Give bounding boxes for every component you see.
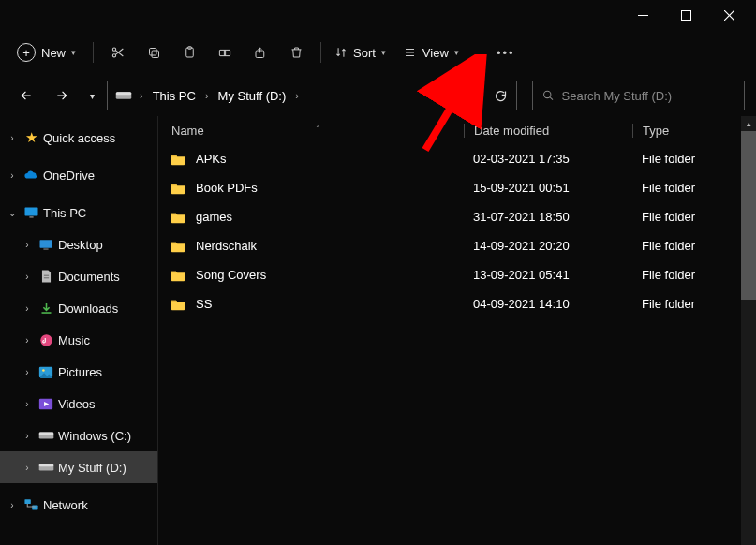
refresh-button[interactable] xyxy=(485,81,517,110)
sidebar-item-this-pc[interactable]: ⌄ This PC xyxy=(0,197,157,228)
back-button[interactable] xyxy=(11,81,41,110)
svg-rect-24 xyxy=(40,240,52,247)
svg-rect-36 xyxy=(38,464,53,466)
file-date: 04-09-2021 14:10 xyxy=(464,297,632,311)
video-icon xyxy=(37,395,54,412)
sidebar-item-documents[interactable]: › Documents xyxy=(0,260,157,292)
view-icon xyxy=(403,47,417,58)
file-row[interactable]: APKs02-03-2021 17:35File folder xyxy=(158,144,756,173)
document-icon xyxy=(37,268,54,285)
titlebar xyxy=(0,0,756,30)
svg-rect-34 xyxy=(38,432,53,435)
column-label: Type xyxy=(643,124,669,138)
arrow-right-icon xyxy=(54,89,69,102)
chevron-right-icon: › xyxy=(203,90,211,101)
toolbar: + New ▾ Sort ▾ View ▾ ••• xyxy=(0,30,756,75)
network-icon xyxy=(22,496,39,513)
cut-button[interactable] xyxy=(101,36,135,69)
recent-button[interactable]: ▾ xyxy=(82,81,101,110)
minimize-button[interactable] xyxy=(621,0,664,30)
sidebar-item-windows-c[interactable]: › Windows (C:) xyxy=(0,420,157,451)
star-icon: ★ xyxy=(22,129,39,146)
column-headers: Name ˆ Date modified Type xyxy=(158,116,756,144)
copy-button[interactable] xyxy=(137,36,170,69)
sidebar-item-network[interactable]: › Network xyxy=(0,489,157,521)
chevron-down-icon: ▾ xyxy=(90,91,95,101)
file-type: File folder xyxy=(632,210,756,224)
chevron-right-icon: › xyxy=(21,431,34,441)
chevron-right-icon: › xyxy=(21,272,34,282)
file-row[interactable]: Nerdschalk14-09-2021 20:20File folder xyxy=(158,231,756,260)
more-button[interactable]: ••• xyxy=(489,36,523,69)
download-icon xyxy=(37,300,54,317)
file-row[interactable]: Song Covers13-09-2021 05:41File folder xyxy=(158,260,756,289)
sidebar-item-label: Desktop xyxy=(58,238,103,252)
chevron-down-icon: ▾ xyxy=(454,48,459,57)
file-type: File folder xyxy=(632,152,756,166)
new-button[interactable]: + New ▾ xyxy=(11,36,85,69)
svg-rect-23 xyxy=(29,216,33,217)
sidebar-item-onedrive[interactable]: › OneDrive xyxy=(0,159,157,191)
scroll-up-icon[interactable]: ▴ xyxy=(741,116,756,131)
sidebar-item-desktop[interactable]: › Desktop xyxy=(0,228,157,260)
svg-rect-9 xyxy=(149,48,156,55)
delete-button[interactable] xyxy=(279,36,313,69)
cloud-icon xyxy=(22,167,39,184)
breadcrumb-this-pc[interactable]: This PC xyxy=(151,89,198,103)
sidebar-item-videos[interactable]: › Videos xyxy=(0,388,157,420)
address-history-button[interactable]: ▾ xyxy=(452,91,471,101)
forward-button[interactable] xyxy=(47,81,77,110)
drive-icon xyxy=(37,459,54,476)
clipboard-icon xyxy=(183,45,197,60)
column-header-name[interactable]: Name ˆ xyxy=(171,124,464,138)
share-button[interactable] xyxy=(244,36,277,69)
file-name: games xyxy=(196,210,464,224)
view-button[interactable]: View ▾ xyxy=(397,36,468,69)
folder-icon xyxy=(170,152,188,167)
sidebar-item-label: Videos xyxy=(58,397,96,411)
chevron-right-icon: › xyxy=(138,90,145,101)
paste-button[interactable] xyxy=(172,36,206,69)
chevron-right-icon: › xyxy=(21,367,34,377)
sidebar-item-downloads[interactable]: › Downloads xyxy=(0,292,157,324)
search-box[interactable] xyxy=(532,81,745,110)
sidebar-item-pictures[interactable]: › Pictures xyxy=(0,356,157,388)
close-button[interactable] xyxy=(707,0,750,30)
view-label: View xyxy=(422,46,449,60)
file-type: File folder xyxy=(632,268,756,282)
sidebar-item-my-stuff-d[interactable]: › My Stuff (D:) xyxy=(0,451,157,483)
file-row[interactable]: SS04-09-2021 14:10File folder xyxy=(158,289,756,318)
chevron-right-icon: › xyxy=(21,463,34,473)
maximize-button[interactable] xyxy=(664,0,707,30)
sidebar-item-label: This PC xyxy=(43,206,86,220)
sort-button[interactable]: Sort ▾ xyxy=(329,36,395,69)
svg-point-31 xyxy=(42,369,45,372)
column-header-type[interactable]: Type xyxy=(632,124,756,138)
address-bar[interactable]: › This PC › My Stuff (D:) › ▾ xyxy=(107,81,480,110)
search-input[interactable] xyxy=(562,89,734,103)
chevron-right-icon: › xyxy=(21,335,34,346)
desktop-icon xyxy=(37,236,54,253)
ellipsis-icon: ••• xyxy=(497,46,515,60)
column-label: Date modified xyxy=(474,124,549,138)
sidebar-item-quick-access[interactable]: › ★ Quick access xyxy=(0,122,157,154)
divider xyxy=(93,42,94,63)
divider xyxy=(320,42,321,63)
folder-icon xyxy=(170,210,188,225)
svg-rect-22 xyxy=(24,207,37,215)
scroll-thumb[interactable] xyxy=(741,131,756,300)
svg-point-5 xyxy=(112,54,115,57)
column-header-date[interactable]: Date modified xyxy=(464,124,632,138)
sidebar-item-music[interactable]: › Music xyxy=(0,324,157,356)
rename-icon xyxy=(217,46,232,60)
chevron-right-icon: › xyxy=(6,133,19,143)
file-name: SS xyxy=(196,297,464,311)
file-row[interactable]: Book PDFs15-09-2021 00:51File folder xyxy=(158,173,756,202)
trash-icon xyxy=(289,45,304,60)
vertical-scrollbar[interactable]: ▴ xyxy=(741,116,756,545)
search-icon xyxy=(542,89,555,102)
breadcrumb-current[interactable]: My Stuff (D:) xyxy=(216,89,289,103)
chevron-right-icon: › xyxy=(6,500,19,510)
file-row[interactable]: games31-07-2021 18:50File folder xyxy=(158,202,756,231)
rename-button[interactable] xyxy=(208,36,242,69)
